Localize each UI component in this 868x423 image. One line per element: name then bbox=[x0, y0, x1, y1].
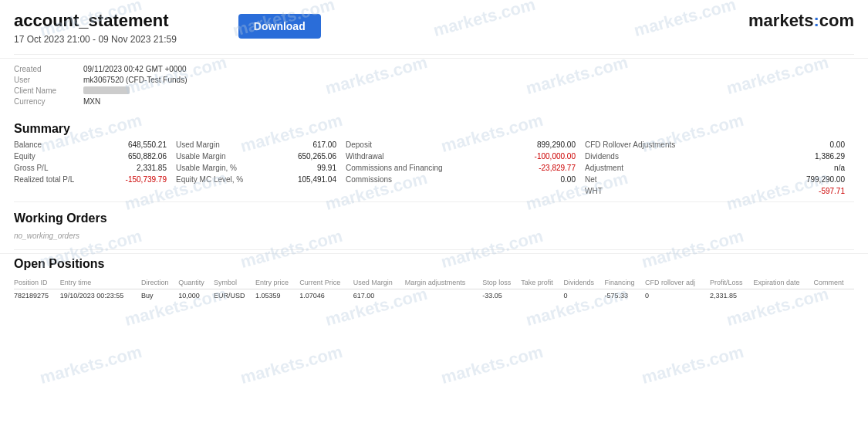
summary-val: 0.00 bbox=[561, 175, 576, 184]
summary-key: Equity MC Level, % bbox=[176, 175, 243, 184]
summary-col: CFD Rollover Adjustments0.00Dividends1,3… bbox=[585, 140, 854, 198]
summary-row: Balance648,550.21 bbox=[14, 140, 176, 149]
table-cell: -575.33 bbox=[605, 289, 645, 302]
meta-client: Client Name bbox=[14, 86, 854, 95]
summary-val: 105,491.04 bbox=[298, 175, 336, 184]
summary-row: CFD Rollover Adjustments0.00 bbox=[585, 140, 854, 149]
summary-key: Deposit bbox=[346, 140, 372, 149]
created-value: 09/11/2023 00:42 GMT +0000 bbox=[83, 65, 187, 73]
col-header: Current Price bbox=[299, 277, 353, 289]
meta-user: User mk3067520 (CFD-Test Funds) bbox=[14, 76, 854, 84]
col-header: Take profit bbox=[521, 277, 563, 289]
summary-key: Dividends bbox=[585, 152, 619, 161]
summary-divider bbox=[14, 201, 854, 202]
table-cell: 1.07046 bbox=[299, 289, 353, 302]
summary-key: Used Margin bbox=[176, 140, 220, 149]
header-divider bbox=[14, 54, 854, 55]
summary-key: CFD Rollover Adjustments bbox=[585, 140, 675, 149]
table-cell bbox=[521, 289, 563, 302]
col-header: Stop loss bbox=[482, 277, 521, 289]
client-value bbox=[83, 86, 130, 94]
working-orders-section: Working Orders bbox=[0, 205, 868, 230]
currency-value: MXN bbox=[83, 97, 100, 106]
table-cell: 2,331.85 bbox=[710, 289, 754, 302]
col-header: CFD rollover adj bbox=[645, 277, 710, 289]
table-cell: 0 bbox=[564, 289, 605, 302]
table-cell bbox=[754, 289, 814, 302]
col-header: Used Margin bbox=[353, 277, 405, 289]
summary-val: -100,000.00 bbox=[535, 152, 576, 161]
logo-text: markets:com bbox=[748, 11, 854, 31]
no-orders-label: no_working_orders bbox=[0, 230, 868, 246]
logo-suffix: com bbox=[819, 11, 854, 30]
meta-created: Created 09/11/2023 00:42 GMT +0000 bbox=[14, 65, 854, 73]
summary-key: Balance bbox=[14, 140, 42, 149]
summary-row: Used Margin617.00 bbox=[176, 140, 346, 149]
summary-val: -150,739.79 bbox=[126, 175, 167, 184]
page-title: account_statement bbox=[14, 11, 177, 31]
summary-row: Commissions0.00 bbox=[346, 175, 585, 184]
summary-row: Equity650,882.06 bbox=[14, 152, 176, 161]
table-row: 78218927519/10/2023 00:23:55Buy10,000EUR… bbox=[14, 289, 854, 302]
summary-key: Net bbox=[585, 175, 597, 184]
summary-val: 2,331.85 bbox=[137, 164, 167, 172]
summary-val: 650,265.06 bbox=[298, 152, 336, 161]
table-cell: EUR/USD bbox=[214, 289, 255, 302]
summary-row: Adjustmentn/a bbox=[585, 164, 854, 172]
summary-row: Dividends1,386.29 bbox=[585, 152, 854, 161]
summary-val: 650,882.06 bbox=[128, 152, 167, 161]
table-cell: 617.00 bbox=[353, 289, 405, 302]
table-cell bbox=[814, 289, 854, 302]
summary-key: WHT bbox=[585, 187, 603, 195]
table-cell bbox=[405, 289, 482, 302]
summary-key: Gross P/L bbox=[14, 164, 48, 172]
col-header: Profit/Loss bbox=[710, 277, 754, 289]
col-header: Margin adjustments bbox=[405, 277, 482, 289]
summary-row: Deposit899,290.00 bbox=[346, 140, 585, 149]
summary-key: Usable Margin bbox=[176, 152, 225, 161]
summary-key: Commissions bbox=[346, 175, 392, 184]
positions-divider bbox=[14, 249, 854, 250]
title-section: account_statement 17 Oct 2023 21:00 - 09… bbox=[14, 11, 177, 45]
table-cell: Buy bbox=[141, 289, 178, 302]
table-cell: 782189275 bbox=[14, 289, 60, 302]
summary-col: Deposit899,290.00Withdrawal-100,000.00Co… bbox=[346, 140, 585, 198]
user-label: User bbox=[14, 76, 83, 84]
download-button[interactable]: Download bbox=[238, 14, 321, 39]
summary-row: Realized total P/L-150,739.79 bbox=[14, 175, 176, 184]
header: account_statement 17 Oct 2023 21:00 - 09… bbox=[0, 0, 868, 51]
summary-key: Realized total P/L bbox=[14, 175, 74, 184]
logo-dot: : bbox=[813, 11, 819, 30]
summary-val: 648,550.21 bbox=[128, 140, 167, 149]
open-positions-section: Open Positions Position IDEntry timeDire… bbox=[0, 253, 868, 301]
currency-label: Currency bbox=[14, 97, 83, 106]
table-cell: 19/10/2023 00:23:55 bbox=[60, 289, 141, 302]
col-header: Dividends bbox=[564, 277, 605, 289]
col-header: Comment bbox=[814, 277, 854, 289]
summary-val: -597.71 bbox=[819, 187, 845, 195]
logo-name: markets bbox=[748, 11, 813, 30]
summary-row: Usable Margin, %99.91 bbox=[176, 164, 346, 172]
summary-key: Commissions and Financing bbox=[346, 164, 443, 172]
col-header: Position ID bbox=[14, 277, 60, 289]
meta-section: Created 09/11/2023 00:42 GMT +0000 User … bbox=[0, 58, 868, 116]
summary-val: 799,290.00 bbox=[806, 175, 845, 184]
col-header: Expiration date bbox=[754, 277, 814, 289]
summary-row: Net799,290.00 bbox=[585, 175, 854, 184]
positions-table: Position IDEntry timeDirectionQuantitySy… bbox=[14, 277, 854, 301]
date-range: 17 Oct 2023 21:00 - 09 Nov 2023 21:59 bbox=[14, 34, 177, 45]
summary-val: 617.00 bbox=[312, 140, 336, 149]
working-orders-title: Working Orders bbox=[14, 212, 854, 228]
meta-currency: Currency MXN bbox=[14, 97, 854, 106]
summary-row: Withdrawal-100,000.00 bbox=[346, 152, 585, 161]
summary-row: Usable Margin650,265.06 bbox=[176, 152, 346, 161]
table-cell: 1.05359 bbox=[255, 289, 299, 302]
created-label: Created bbox=[14, 65, 83, 73]
table-cell: 10,000 bbox=[178, 289, 214, 302]
summary-row: WHT-597.71 bbox=[585, 187, 854, 195]
col-header: Financing bbox=[605, 277, 645, 289]
client-label: Client Name bbox=[14, 86, 83, 95]
summary-key: Equity bbox=[14, 152, 35, 161]
summary-key: Usable Margin, % bbox=[176, 164, 237, 172]
col-header: Symbol bbox=[214, 277, 255, 289]
